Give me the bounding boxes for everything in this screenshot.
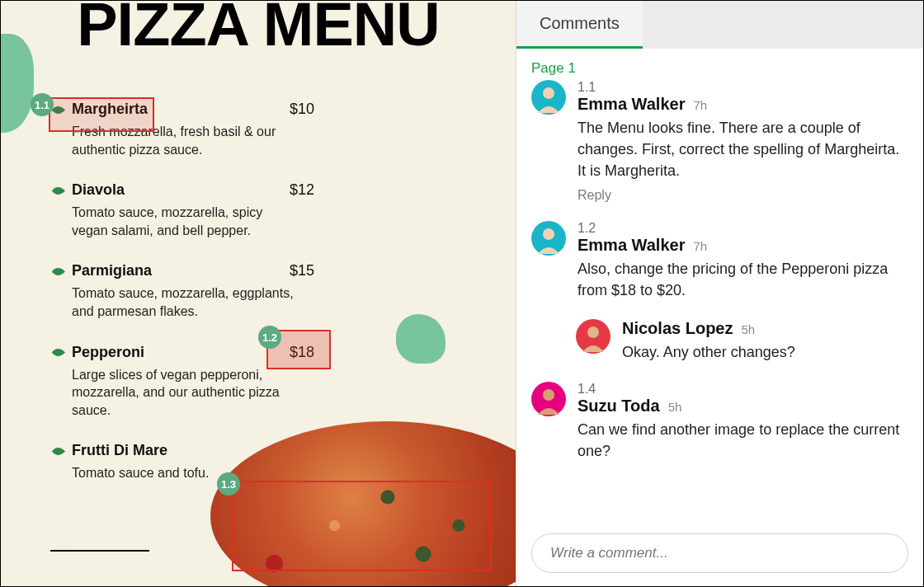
comment-time: 7h	[693, 98, 707, 112]
annotation-pin[interactable]: 1.1	[31, 93, 54, 116]
comment-time: 5h	[741, 322, 755, 336]
leaf-icon	[50, 186, 65, 196]
comment-thread[interactable]: 1.2 Emma Walker 7h Also, change the pric…	[531, 221, 908, 301]
menu-item-pepperoni: Pepperoni $18 Large slices of vegan pepp…	[50, 344, 466, 420]
item-price: $15	[290, 262, 314, 279]
annotation-box[interactable]	[49, 97, 154, 132]
menu-item-parmigiana: Parmigiana $15 Tomato sauce, mozzarella,…	[50, 262, 466, 320]
comment-reply[interactable]: Nicolas Lopez 5h Okay. Any other changes…	[576, 319, 908, 363]
menu-title: PIZZA MENU	[1, 1, 516, 59]
comment-author: Emma Walker	[578, 95, 685, 114]
svg-point-2	[587, 326, 599, 338]
comment-text: Okay. Any other changes?	[622, 341, 908, 363]
comment-text: Can we find another image to replace the…	[578, 419, 908, 462]
comment-input-wrap	[531, 533, 908, 573]
menu-panel: PIZZA MENU Margheirta $10 Fresh mozzarel…	[1, 1, 516, 586]
avatar	[531, 382, 566, 416]
comment-index: 1.4	[578, 382, 908, 397]
leaf-icon	[50, 267, 65, 277]
leaf-icon	[50, 348, 65, 358]
comment-text: The Menu looks fine. There are a couple …	[578, 117, 908, 181]
comment-time: 5h	[668, 400, 682, 414]
avatar	[531, 221, 566, 256]
item-description: Tomato sauce, mozzarella, spicy vegan sa…	[72, 204, 295, 239]
comments-scroll[interactable]: Page 1 1.1 Emma Walker 7h The Menu looks…	[516, 49, 923, 586]
comment-author: Nicolas Lopez	[622, 319, 733, 338]
comment-thread[interactable]: 1.4 Suzu Toda 5h Can we find another ima…	[531, 382, 908, 462]
svg-point-1	[543, 228, 554, 240]
comment-author: Suzu Toda	[578, 397, 660, 416]
annotation-pin[interactable]: 1.3	[217, 472, 240, 495]
tabs-bar: Comments	[516, 1, 923, 49]
item-description: Tomato sauce, mozzarella, eggplants, and…	[72, 284, 295, 320]
annotation-pin[interactable]: 1.2	[258, 326, 281, 349]
annotation-box[interactable]	[232, 481, 492, 571]
tab-comments[interactable]: Comments	[516, 1, 643, 49]
item-name: Pepperoni	[72, 344, 144, 361]
comment-input[interactable]	[531, 533, 908, 573]
item-name: Frutti Di Mare	[72, 442, 167, 459]
svg-point-0	[543, 87, 554, 99]
menu-item-diavola: Diavola $12 Tomato sauce, mozzarella, sp…	[50, 181, 466, 239]
comment-index: 1.1	[578, 80, 908, 95]
item-price: $10	[290, 101, 314, 118]
comment-author: Emma Walker	[578, 236, 685, 255]
item-name: Diavola	[72, 181, 125, 199]
avatar	[531, 80, 566, 115]
item-description: Large slices of vegan pepperoni, mozzare…	[72, 366, 295, 420]
page-label: Page 1	[531, 60, 908, 77]
comment-thread[interactable]: 1.1 Emma Walker 7h The Menu looks fine. …	[531, 80, 908, 203]
item-price: $12	[290, 181, 314, 199]
reply-button[interactable]: Reply	[578, 188, 908, 203]
comment-index: 1.2	[578, 221, 908, 236]
leaf-icon	[50, 447, 65, 457]
avatar	[576, 319, 610, 354]
comment-time: 7h	[693, 239, 707, 253]
item-name: Parmigiana	[72, 262, 152, 279]
svg-point-3	[543, 389, 554, 401]
comments-panel: Comments Page 1 1.1 Emma Walker 7h The M…	[516, 1, 923, 586]
comment-text: Also, change the pricing of the Pepperon…	[578, 258, 908, 301]
divider	[50, 550, 149, 552]
